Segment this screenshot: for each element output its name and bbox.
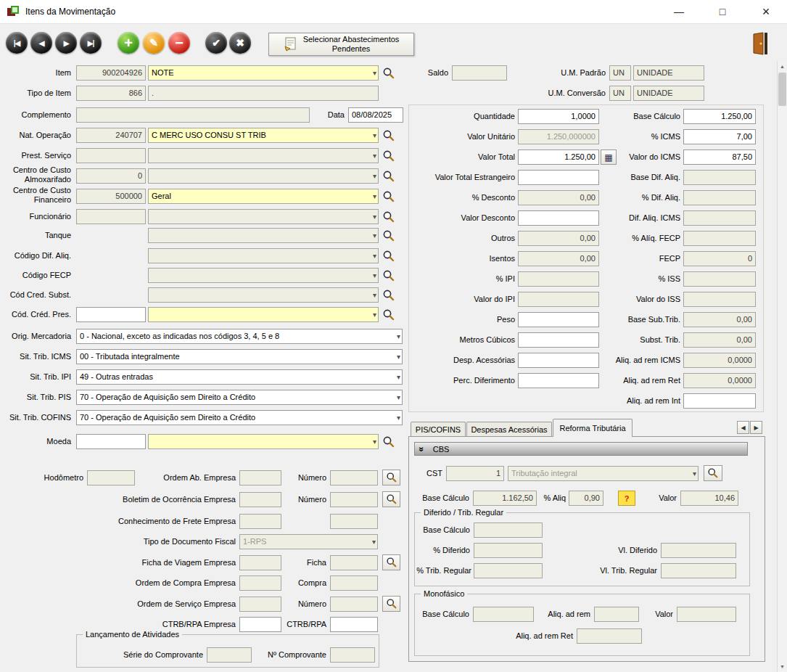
cst-code-field: 1 [446, 466, 504, 481]
valor-desconto-field[interactable] [518, 210, 599, 226]
exit-button[interactable] [751, 32, 769, 57]
codigo-fecp-lookup-icon[interactable] [382, 269, 397, 284]
cbs-help-button[interactable]: ? [618, 491, 635, 506]
dropdown-arrow-icon: ▾ [373, 149, 376, 163]
vertical-scrollbar[interactable]: ▲ ▼ [777, 61, 787, 672]
cc-financeiro-lookup-icon[interactable] [382, 190, 397, 205]
cst-lookup-button[interactable] [704, 465, 722, 481]
hodometro-field [87, 470, 135, 485]
outros-label: Outros [410, 234, 515, 243]
add-record-button[interactable]: + [118, 32, 139, 54]
boletim-lookup-button[interactable] [382, 491, 400, 507]
tab-reforma-tributaria[interactable]: Reforma Tributária [553, 419, 633, 437]
moeda-lookup-icon[interactable] [382, 435, 397, 450]
previous-record-button[interactable]: ◀ [30, 32, 52, 54]
cc-almoxarifado-lookup-icon[interactable] [382, 170, 397, 184]
tipo-doc-fiscal-label: Tipo de Documento Fiscal [98, 537, 236, 546]
prest-servico-lookup-icon[interactable] [382, 149, 397, 164]
moeda-combo[interactable]: ▾ [148, 434, 379, 449]
tab-scroll-right-button[interactable]: ▶ [750, 421, 762, 434]
dropdown-arrow-icon: ▾ [373, 129, 376, 142]
maximize-icon: □ [720, 6, 725, 17]
base-calculo-field[interactable]: 1.250,00 [683, 109, 756, 124]
cod-cred-pres-lookup-icon[interactable] [382, 308, 397, 323]
valor-total-field[interactable]: 1.250,00 [518, 149, 599, 165]
tab-scroll-left-icon: ◀ [741, 425, 745, 431]
serie-comprovante-field [207, 647, 252, 663]
ordem-ab-lookup-button[interactable] [382, 470, 400, 485]
plus-icon: + [124, 35, 133, 52]
orig-mercadoria-label: Orig. Mercadoria [0, 332, 71, 341]
ficha-lookup-button[interactable] [382, 554, 400, 570]
tab-despesas-acessorias[interactable]: Despesas Acessórias [466, 422, 552, 436]
minimize-button[interactable]: — [662, 0, 696, 24]
scroll-up-button[interactable]: ▲ [778, 61, 787, 72]
next-record-button[interactable]: ▶ [55, 32, 77, 54]
data-field[interactable]: 08/08/2025 [348, 107, 403, 123]
quantidade-field[interactable]: 1,0000 [518, 109, 599, 124]
compra-label: Compra [284, 578, 326, 588]
lancamento-atividades-legend: Lançamento de Atividades [83, 630, 182, 639]
minus-icon: − [175, 35, 184, 52]
tab-pis-cofins[interactable]: PIS/COFINS [411, 422, 466, 436]
collapse-icon: » [416, 446, 427, 451]
item-lookup-icon[interactable] [382, 67, 397, 81]
codigo-dif-aliq-lookup-icon[interactable] [382, 250, 397, 264]
ctrb-field[interactable] [330, 617, 378, 632]
perc-diferimento-field[interactable] [518, 373, 599, 388]
perc-aliq-fecp-field [683, 231, 756, 246]
funcionario-combo: ▾ [148, 209, 379, 224]
ficha-viagem-empresa-field [239, 555, 281, 570]
metros-cubicos-field[interactable] [518, 332, 599, 348]
cc-financeiro-combo[interactable]: Geral▾ [148, 189, 379, 204]
aliq-ad-rem-int-field[interactable] [683, 393, 756, 409]
select-pending-refuels-button[interactable]: Selecionar Abastecimentos Pendentes [268, 33, 414, 56]
desp-acessorias-field[interactable] [518, 353, 599, 368]
cbs-collapse-header[interactable]: » CBS [414, 442, 748, 456]
desp-acessorias-label: Desp. Acessórias [410, 356, 515, 365]
close-button[interactable]: × [749, 0, 783, 24]
sit-trib-pis-select[interactable]: 70 - Operação de Aquisição sem Direito a… [76, 390, 403, 405]
last-record-button[interactable]: ▶| [80, 32, 102, 54]
delete-record-button[interactable]: − [168, 32, 190, 54]
cod-cred-subst-lookup-icon[interactable] [382, 289, 397, 303]
complemento-field [76, 107, 310, 123]
tipo-item-code-field: 866 [76, 86, 146, 101]
valor-icms-field[interactable]: 87,50 [683, 149, 756, 165]
sit-trib-icms-select[interactable]: 00 - Tributada integralmente▾ [76, 349, 403, 364]
valor-unitario-field: 1.250,000000 [518, 129, 599, 144]
tab-scroll-left-button[interactable]: ◀ [737, 421, 749, 434]
ordem-servico-lookup-button[interactable] [382, 596, 400, 612]
edit-record-button[interactable]: ✎ [143, 32, 165, 54]
moeda-field[interactable] [76, 434, 146, 449]
valor-total-estrangeiro-field[interactable] [518, 170, 599, 185]
perc-ipi-label: % IPI [410, 274, 515, 284]
orig-mercadoria-select[interactable]: 0 - Nacional, exceto as indicadas nos có… [76, 329, 403, 344]
nat-operacao-combo[interactable]: C MERC USO CONSU ST TRIB▾ [148, 128, 379, 143]
base-calculo-label: Base Cálculo [606, 112, 680, 121]
peso-field[interactable] [518, 312, 599, 327]
confirm-button[interactable]: ✔ [205, 32, 227, 54]
cod-cred-pres-combo[interactable]: ▾ [148, 307, 379, 322]
perc-dif-aliq-field [683, 190, 756, 205]
cod-cred-subst-label: Cód Cred. Subst. [0, 290, 71, 300]
aliq-ad-rem-ret-label: Aliq. ad rem Ret [606, 376, 680, 385]
tanque-lookup-icon[interactable] [382, 229, 397, 244]
perc-desconto-field: 0,00 [518, 190, 599, 205]
scrollbar-thumb[interactable] [778, 73, 786, 106]
cancel-button[interactable]: ✖ [229, 32, 251, 54]
nat-operacao-lookup-icon[interactable] [382, 129, 397, 144]
first-record-button[interactable]: |◀ [6, 32, 28, 54]
maximize-button[interactable]: □ [706, 0, 739, 24]
um-padrao-label: U.M. Padrão [530, 68, 606, 78]
cc-financeiro-code-field: 500000 [76, 189, 146, 204]
item-combo[interactable]: NOTE▾ [148, 65, 379, 81]
last-record-icon: ▶| [88, 39, 94, 47]
cod-cred-pres-field[interactable] [76, 307, 146, 322]
scroll-down-button[interactable]: ▼ [778, 661, 787, 672]
funcionario-lookup-icon[interactable] [382, 210, 397, 225]
sit-trib-cofins-select[interactable]: 70 - Operação de Aquisição sem Direito a… [76, 410, 403, 425]
sit-trib-ipi-select[interactable]: 49 - Outras entradas▾ [76, 369, 403, 385]
subst-trib-field: 0,00 [683, 332, 756, 348]
perc-icms-field[interactable]: 7,00 [683, 129, 756, 144]
